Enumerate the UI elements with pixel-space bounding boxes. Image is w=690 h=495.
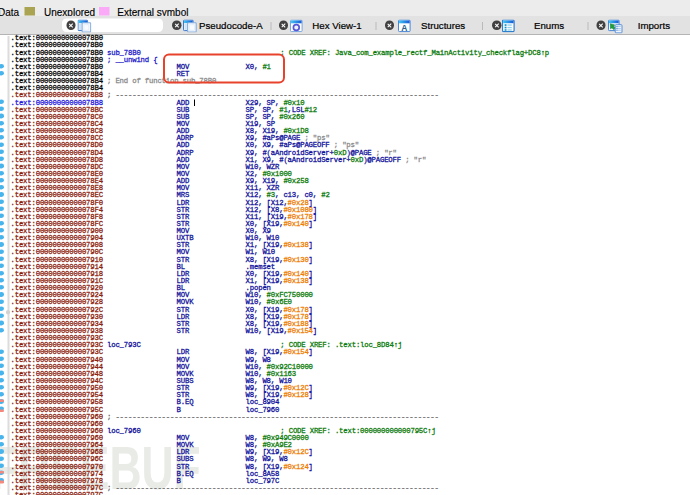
svg-text:A: A bbox=[401, 23, 407, 33]
